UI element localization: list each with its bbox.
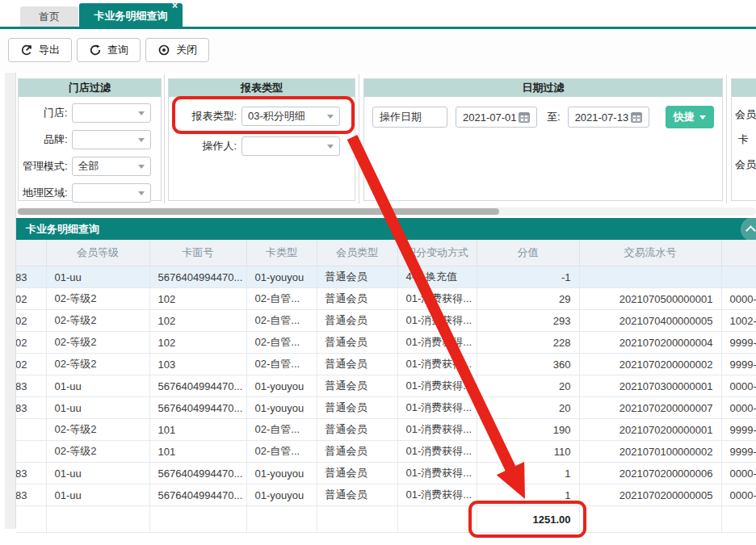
store-select[interactable] [72,103,152,123]
store-label: 门店: [19,106,68,120]
table-cell: 01-youyou [246,484,317,506]
table-cell: 02-自管... [246,288,317,310]
collapse-circle-button[interactable] [741,218,756,240]
export-icon [20,44,33,57]
region-select[interactable] [72,183,152,203]
table-cell [149,506,246,533]
table-cell: 01-消费获得... [397,441,477,463]
quick-range-button[interactable]: 快捷 [666,106,714,128]
table-cell: 2021070200000007 [579,397,721,419]
tab-home[interactable]: 首页 [20,6,78,27]
query-button[interactable]: 查询 [77,38,141,62]
table-cell: 101 [149,441,246,463]
manage-mode-label: 管理模式: [19,159,68,174]
table-cell: 普通会员 [317,354,397,375]
table-cell: 9999- [721,354,756,375]
table-cell: 2021070200000004 [579,332,721,354]
table-cell: 02-自管... [246,310,317,332]
table-cell: 01-消费获得... [397,310,477,332]
horizontal-scrollbar-thumb[interactable] [18,208,499,215]
table-cell: 2021070200000005 [579,484,721,506]
tab-bar: 首页 卡业务明细查询 × [0,0,756,29]
store-filter-title: 门店过滤 [19,79,161,97]
column-header[interactable] [721,240,756,266]
table-cell: 01-uu [46,375,149,397]
grid-title-bar: 卡业务明细查询 [16,218,756,240]
table-row[interactable]: 8301-uu5676404994470...01-youyou普通会员01-消… [16,463,756,484]
operator-select[interactable] [242,136,340,156]
table-cell: 02 [16,354,46,375]
table-cell: 2021070200000002 [579,354,721,375]
date-type-select[interactable]: 操作日期 [372,107,447,128]
table-cell: 02-等级2 [46,310,149,332]
column-header[interactable]: 积分变动方式 [397,240,477,266]
report-type-title: 报表类型 [169,79,355,97]
date-filter-title: 日期过滤 [364,79,722,97]
date-from-input[interactable]: 2021-07-01 [456,107,537,128]
column-header[interactable]: 卡类型 [246,240,317,266]
close-button[interactable]: 关闭 [145,38,209,62]
table-cell: 101 [149,419,246,441]
column-header[interactable]: 分值 [477,240,579,266]
report-type-label: 报表类型: [180,109,237,124]
results-table: 会员等级卡面号卡类型会员类型积分变动方式分值交易流水号 8301-uu56764… [16,240,756,533]
refresh-icon [89,44,102,57]
query-button-label: 查询 [107,43,128,57]
table-cell: 1 [477,463,579,484]
column-header[interactable]: 卡面号 [149,240,246,266]
table-row[interactable]: 8301-uu5676404994470...01-youyou普通会员4-兑换… [16,266,756,288]
tab-close-icon[interactable]: × [172,0,178,14]
table-row[interactable]: 0202-等级210302-自管...普通会员01-消费获得...3602021… [16,354,756,375]
table-cell: 5676404994470... [149,463,246,484]
left-gutter [5,73,16,529]
app-window: 首页 卡业务明细查询 × 导出 查询 关闭 门店过滤 [0,0,756,545]
chevron-down-icon [327,145,334,149]
table-cell: 83 [16,266,46,288]
table-cell [579,266,721,288]
export-button[interactable]: 导出 [8,38,72,62]
calendar-icon[interactable] [631,112,642,123]
table-cell: 02 [16,310,46,332]
member-label-2: 卡 [738,132,756,147]
date-to-input[interactable]: 2021-07-13 [568,107,649,128]
table-row[interactable]: 0202-等级210202-自管...普通会员01-消费获得...2932021… [16,310,756,332]
store-filter-panel: 门店过滤 门店: 品牌: 管理模式: 全部 地理区域: [18,78,162,201]
chevron-up-icon [746,225,756,236]
chevron-down-icon [699,115,706,119]
table-row[interactable]: 8301-uu5676404994470...01-youyou普通会员01-消… [16,397,756,419]
chevron-down-icon [138,138,145,142]
table-cell: 02 [16,332,46,354]
column-header[interactable]: 会员类型 [317,240,397,266]
table-cell: 02-等级2 [46,419,149,441]
tab-card-detail-query[interactable]: 卡业务明细查询 × [79,3,183,29]
table-cell: 83 [16,375,46,397]
table-cell: 2021070300000001 [579,375,721,397]
report-type-select[interactable]: 03-积分明细 [242,107,340,126]
calendar-icon[interactable] [519,112,530,123]
table-cell: 102 [149,310,246,332]
table-cell: 01-uu [46,484,149,506]
table-cell: 0000- [721,484,756,506]
table-cell [579,506,721,533]
column-header[interactable] [16,240,46,266]
table-cell: 1 [477,484,579,506]
chevron-down-icon [327,115,334,119]
table-row[interactable]: 8301-uu5676404994470...01-youyou普通会员01-消… [16,375,756,397]
table-row[interactable]: 8301-uu5676404994470...01-youyou普通会员01-消… [16,484,756,506]
table-row[interactable]: 02-等级210102-自管...普通会员01-消费获得...110202107… [16,441,756,463]
table-row[interactable]: 02-等级210102-自管...普通会员01-消费获得...190202107… [16,419,756,441]
table-cell: 普通会员 [317,266,397,288]
table-cell: 01-消费获得... [397,484,477,506]
table-row[interactable]: 0202-等级210202-自管...普通会员01-消费获得...2920210… [16,288,756,310]
column-header[interactable]: 会员等级 [46,240,149,266]
table-cell: 102 [149,288,246,310]
manage-mode-select[interactable]: 全部 [72,157,152,176]
brand-select[interactable] [72,130,152,149]
date-from-value: 2021-07-01 [463,111,517,124]
grid-title: 卡业务明细查询 [16,218,756,240]
table-row[interactable]: 0202-等级210202-自管...普通会员01-消费获得...2282021… [16,332,756,354]
table-cell: 2021070500000001 [579,288,721,310]
column-header[interactable]: 交易流水号 [579,240,721,266]
table-cell [721,266,756,288]
table-cell: 01-消费获得... [397,397,477,419]
